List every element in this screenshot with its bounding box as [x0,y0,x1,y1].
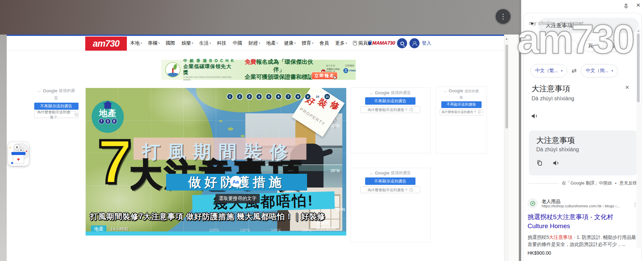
nav-item-tech[interactable]: 科技 [217,40,227,46]
donation-widget[interactable]: $ $ ♥ ✦ [8,142,29,166]
google-ad-left: ←Google提供的廣 告 不再顯示這則廣告 為什麼會顯示這則廣告？ⓘ [34,88,79,118]
sparkle-icon: ✦ [239,174,242,178]
why-this-ad-button[interactable]: 為什麼會顯示這則廣告？ⓘ [360,187,420,193]
slide-dot-11[interactable]: 11 [324,93,331,100]
scroll-up-icon[interactable]: ▲ [636,28,641,32]
nav-item-lifestyle[interactable]: 生活∨ [199,40,211,46]
target-language-select[interactable]: 中文（簡... ▾ [581,64,617,77]
login-button[interactable]: 登入 [409,38,431,48]
avatar-icon [409,38,419,48]
slide-dot-6[interactable]: 6 [275,93,282,100]
headline-number: 7 [98,131,132,193]
register-now-button[interactable]: 立即報名 [311,72,338,80]
dismiss-ad-button[interactable]: 不再顯示這則廣告 [365,177,415,185]
scroll-up-icon[interactable]: ▲ [504,35,509,40]
nav-item-china[interactable]: 中國 [233,40,243,46]
panel-scrollbar[interactable]: ▲ [636,28,641,248]
search-input[interactable]: 大注意事項 [538,18,639,33]
google-side-panel: × 大注意事項 頁 地圖 中文（繁... ▾ ⇄ 中文（簡... ▾ 大注意事項… [521,0,644,261]
slide-dot-7[interactable]: 7 [285,93,292,100]
page-icon [353,41,357,45]
open-in-translate-link[interactable]: 在「Google 翻譯」中開啟 [562,180,612,186]
search-result: 老人用品 https://eshop.culturehomes.com.hk ›… [528,198,638,256]
lock-icon [368,42,371,45]
select-text-tooltip: 選取要搜尋的文字 [215,194,260,203]
why-this-ad-button[interactable]: 為什麼會顯示這則廣告？ⓘ [440,109,483,115]
mama730-link[interactable]: MAMA730 [368,40,395,46]
nav-item-entertainment[interactable]: 娛樂∨ [182,40,194,46]
feedback-link[interactable]: 意見反映 [620,180,637,186]
tab-maps[interactable]: 地圖 [603,40,623,52]
speaker-icon[interactable] [552,159,560,168]
slide-dot-8[interactable]: 8 [295,93,301,100]
right-strip [509,35,519,261]
source-language-select[interactable]: 中文（繁... ▾ [531,64,567,77]
slide-dot-10-active[interactable]: 10 [314,93,321,100]
scrollbar-thumb[interactable] [637,34,640,102]
info-icon: ⓘ [409,188,413,193]
search-icon [400,42,404,45]
translation-card: 大注意事项 Dà zhùyì shìxiàng [529,130,637,175]
page-backdrop [0,0,519,35]
google-ad-far-right: ←Google提供的廣 告 不再顯示這則廣告 為什麼會顯示這則廣告？ⓘ [436,87,487,154]
floating-menu-button[interactable]: ⋮ [496,9,510,24]
nav-item-more[interactable]: 更多∨ [335,40,347,46]
google-ad-right-1: ←Google提供的廣告 不再顯示這則廣告 為什麼會顯示這則廣告？ⓘ [350,88,431,153]
tab-hidden[interactable] [564,40,578,52]
swap-languages-icon[interactable]: ⇄ [572,67,577,74]
translated-pinyin: Dà zhùyì shìxiàng [536,147,579,153]
house-icon [104,104,111,109]
tab-web[interactable]: 頁 [583,40,598,52]
nav-item-health[interactable]: 健康∨ [284,40,296,46]
select-to-search-chip[interactable]: Aa ✦ [230,176,241,187]
hero-article-image[interactable]: 1 2 3 4 5 6 7 8 9 10 11 地產 7 3 0 好 裝 修 P… [86,88,346,236]
headline-line3: 幾大風都唔怕! [192,191,335,212]
why-this-ad-button[interactable]: 為什麼會顯示這則廣告？ⓘ [360,106,420,113]
source-pinyin: Dà zhùyì shìxiàng [532,96,574,102]
info-icon: ⓘ [409,107,413,112]
result-url[interactable]: https://eshop.culturehomes.com.hk › blog… [542,204,620,208]
source-text: 大注意事項 [532,84,570,94]
pin-icon[interactable] [622,2,630,10]
result-tabs: 頁 地圖 [564,40,623,52]
nav-item-finance[interactable]: 財經∨ [248,40,260,46]
promo-banner[interactable]: 中 銀 香 港 B O C H K 企業低碳環保領先大獎 Corporate L… [161,60,356,80]
slide-dot-5[interactable]: 5 [265,93,272,100]
dismiss-ad-button[interactable]: 不再顯示這則廣告 [441,101,482,108]
copy-icon[interactable] [536,159,543,168]
matched-query: 大注意事項 [549,234,573,240]
nav-item-local[interactable]: 本地∨ [130,40,142,46]
result-site-name: 老人用品 [542,199,620,204]
slide-dot-2[interactable]: 2 [236,93,243,100]
slide-dot-3[interactable]: 3 [246,93,253,100]
lat-label-20n: 20°N [331,168,340,173]
chevron-down-icon: ∨ [276,42,278,45]
slide-dot-1[interactable]: 1 [227,93,233,100]
why-this-ad-button[interactable]: 為什麼會顯示這則廣告？ⓘ [34,111,79,118]
speaker-icon[interactable] [531,112,538,121]
search-button[interactable] [397,38,407,48]
am730-logo[interactable]: am730 [85,37,127,51]
dismiss-ad-button[interactable]: 不再顯示這則廣告 [365,97,415,105]
nav-item-property[interactable]: 地產∨ [266,40,278,46]
slide-indicator: 1 2 3 4 5 6 7 8 9 10 11 [227,93,331,100]
nav-item-sports[interactable]: 體育∨ [302,40,314,46]
slide-dot-9[interactable]: 9 [304,93,311,100]
chevron-down-icon: ∨ [294,42,296,45]
back-arrow-icon: ← [369,171,374,175]
dropdown-arrow-icon: ▾ [611,69,613,72]
chevron-down-icon: ∨ [312,42,314,45]
dismiss-ad-button[interactable]: 不再顯示這則廣告 [34,103,79,110]
nav-item-columns[interactable]: 專欄∨ [148,40,160,46]
back-arrow-icon: ← [444,89,447,94]
nav-item-international[interactable]: 國際 [166,40,176,46]
site-favicon [528,198,538,208]
site-header: am730 本地∨ 專欄∨ 國際 娛樂∨ 生活∨ 科技 中國 財經∨ 地產∨ 健… [7,36,504,51]
close-icon[interactable]: × [634,1,643,9]
page-scrollbar[interactable]: ▲ [504,35,509,261]
result-title[interactable]: 挑選拐杖5大注意事項 - 文化村 Culture Homes [528,213,638,231]
nav-item-member[interactable]: 會員 [319,40,330,46]
clear-source-icon[interactable]: × [623,83,632,92]
slide-dot-4[interactable]: 4 [256,93,262,100]
scrollbar-thumb[interactable] [505,45,508,128]
